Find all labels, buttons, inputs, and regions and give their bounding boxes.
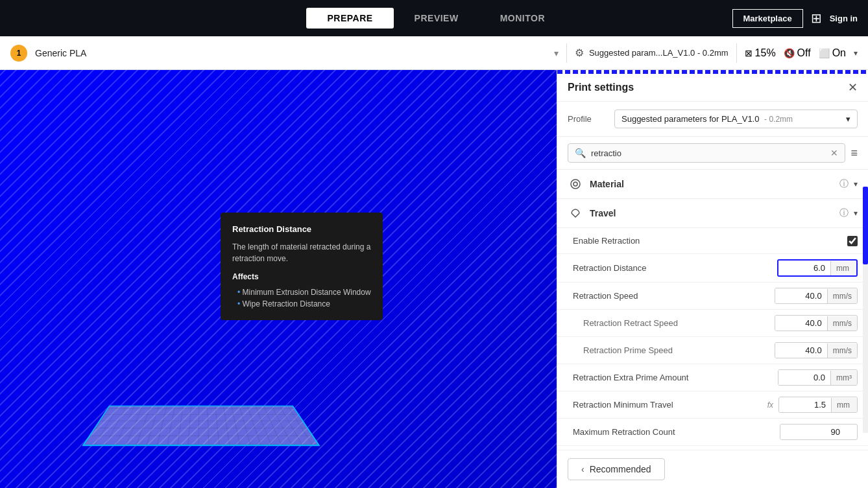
svg-point-1 [573,182,577,186]
profile-row: Profile Suggested parameters for PLA_V1.… [557,102,868,137]
material-section-label: Material [590,179,839,189]
tooltip-affect-item-2: Wipe Retraction Distance [237,298,371,310]
profile-name-text: Suggested parameters for PLA_V1.0 [621,114,759,124]
retraction-prime-speed-input-box: mm/s [775,342,858,358]
enable-retraction-label: Enable Retraction [573,236,847,246]
nav-tabs: PREPARE PREVIEW MONITOR [145,8,727,29]
close-panel-button[interactable]: ✕ [848,82,858,93]
print-settings-panel: Print settings ✕ Profile Suggested param… [557,70,868,488]
3d-viewport[interactable]: Retraction Distance The length of materi… [0,70,557,488]
adhesion-label: On [832,47,846,59]
retraction-distance-input[interactable] [778,261,830,275]
top-navigation: PREPARE PREVIEW MONITOR Marketplace ⊞ Si… [0,0,868,36]
material-section-icon [568,176,583,192]
retraction-retract-speed-label: Retraction Retract Speed [573,318,775,328]
adhesion-stat: ⬜ On [819,47,846,59]
material-dropdown-chevron[interactable]: ▾ [554,48,559,58]
retraction-distance-input-box: mm [777,259,858,277]
retraction-prime-speed-row: Retraction Prime Speed mm/s [557,337,868,364]
filter-icon[interactable]: ≡ [850,146,858,160]
fx-icon: fx [767,401,773,410]
travel-section-header[interactable]: Travel ⓘ ▾ [557,199,868,228]
secondary-toolbar: 1 Generic PLA ▾ ⚙ Suggested param...LA_V… [0,36,868,70]
retraction-extra-prime-input[interactable] [778,370,830,385]
profile-number-badge: 1 [10,45,27,62]
toolbar-divider-2 [736,43,737,63]
panel-header: Print settings ✕ [557,74,868,102]
retraction-speed-input-box: mm/s [775,288,858,304]
build-plate-grid [82,406,320,446]
search-clear-button[interactable]: ✕ [830,148,838,158]
suggested-params-selector[interactable]: ⚙ Suggested param...LA_V1.0 - 0.2mm [575,47,729,59]
max-retraction-count-label: Maximum Retraction Count [573,427,780,437]
tooltip-affect-item-1: Minimum Extrusion Distance Window [237,286,371,298]
enable-retraction-row: Enable Retraction [557,228,868,254]
retraction-retract-speed-input[interactable] [775,316,827,331]
panel-bottom-bar: ‹ Recommended [557,450,868,488]
retraction-retract-speed-unit: mm/s [827,316,857,331]
material-info-icon[interactable]: ⓘ [839,178,849,190]
nav-right: Marketplace ⊞ Sign in [732,9,858,28]
retraction-distance-tooltip: Retraction Distance The length of materi… [221,213,383,320]
retraction-min-travel-input-box: mm [778,397,858,413]
profile-dropdown-chevron: ▾ [846,114,850,124]
retraction-min-travel-label: Retraction Minimum Travel [573,400,767,410]
travel-section-icon [568,205,583,221]
retraction-distance-label: Retraction Distance [573,263,777,273]
max-retraction-count-input[interactable] [780,424,845,439]
profile-version-text: - 0.2mm [764,115,793,124]
search-box: 🔍 ✕ [568,143,845,163]
profile-select-value: Suggested parameters for PLA_V1.0 - 0.2m… [621,114,793,124]
supports-stat: 🔇 Off [784,47,811,59]
search-row: 🔍 ✕ ≡ [557,137,868,170]
settings-expand-chevron[interactable]: ▾ [854,49,858,58]
retraction-extra-prime-row: Retraction Extra Prime Amount mm³ [557,364,868,391]
material-name-label: Generic PLA [35,48,546,58]
retraction-min-travel-row: Retraction Minimum Travel fx mm [557,391,868,419]
sign-in-button[interactable]: Sign in [830,14,858,23]
profile-dropdown[interactable]: Suggested parameters for PLA_V1.0 - 0.2m… [614,110,858,128]
search-input[interactable] [591,148,825,158]
max-retraction-count-input-box [780,424,858,440]
tab-prepare[interactable]: PREPARE [306,8,393,29]
tooltip-description: The length of material retracted during … [232,241,371,264]
marketplace-button[interactable]: Marketplace [732,9,803,28]
retraction-retract-speed-input-box: mm/s [775,315,858,331]
search-icon: 🔍 [575,148,586,158]
retraction-distance-unit: mm [830,261,856,275]
retraction-prime-speed-input[interactable] [775,343,827,358]
tooltip-title: Retraction Distance [232,223,371,236]
retraction-min-travel-unit: mm [831,398,857,412]
suggested-params-text: Suggested param...LA_V1.0 - 0.2mm [589,48,729,58]
tooltip-affects-list: Minimum Extrusion Distance Window Wipe R… [232,286,371,310]
material-section-chevron[interactable]: ▾ [854,180,858,189]
retraction-speed-input[interactable] [775,288,827,303]
material-section-header[interactable]: Material ⓘ ▾ [557,170,868,199]
max-retraction-count-row: Maximum Retraction Count [557,419,868,446]
svg-point-0 [571,180,580,189]
sliders-icon: ⚙ [575,47,584,59]
settings-body: Material ⓘ ▾ Travel ⓘ ▾ Enable Retractio… [557,170,868,450]
supports-label: Off [797,47,811,59]
travel-info-icon[interactable]: ⓘ [839,207,849,219]
retraction-speed-label: Retraction Speed [573,291,775,301]
recommended-button[interactable]: ‹ Recommended [568,458,665,480]
profile-label: Profile [568,114,607,124]
retraction-retract-speed-row: Retraction Retract Speed mm/s [557,310,868,337]
enable-retraction-checkbox[interactable] [847,236,858,246]
apps-grid-icon[interactable]: ⊞ [811,10,822,26]
retraction-extra-prime-label: Retraction Extra Prime Amount [573,373,778,382]
retraction-speed-row: Retraction Speed mm/s [557,283,868,310]
travel-section-chevron[interactable]: ▾ [854,209,858,218]
retraction-speed-unit: mm/s [827,289,857,303]
tab-preview[interactable]: PREVIEW [394,8,479,29]
retraction-min-travel-input[interactable] [779,397,831,412]
panel-scrollbar[interactable] [863,187,868,433]
recommended-chevron-left: ‹ [581,464,585,474]
panel-title: Print settings [568,82,634,93]
tab-monitor[interactable]: MONITOR [479,8,566,29]
toolbar-divider-1 [566,43,567,63]
infill-stat: ⊠ 15% [745,47,776,59]
retraction-distance-row: Retraction Distance mm [557,254,868,283]
retraction-prime-speed-label: Retraction Prime Speed [573,345,775,355]
